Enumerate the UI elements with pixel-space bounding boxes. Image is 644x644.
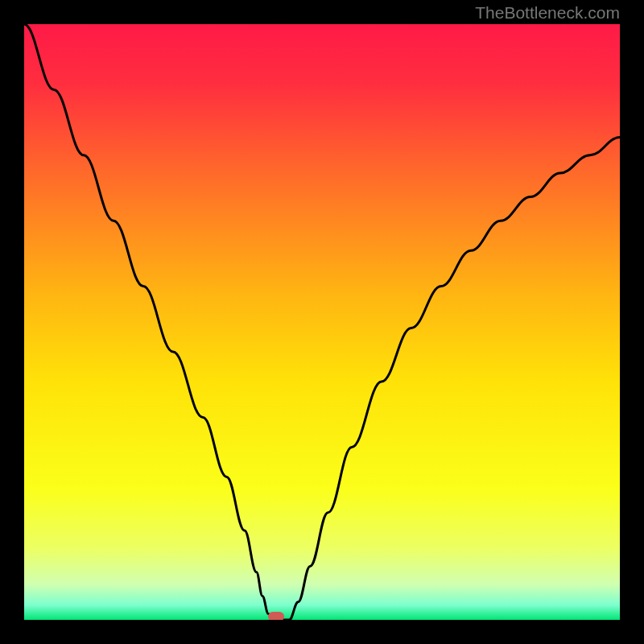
- bottleneck-curve: [24, 24, 620, 620]
- watermark-text: TheBottleneck.com: [475, 3, 620, 23]
- curve-layer: [24, 24, 620, 620]
- plot-area: [24, 24, 620, 620]
- optimum-marker: [268, 612, 284, 620]
